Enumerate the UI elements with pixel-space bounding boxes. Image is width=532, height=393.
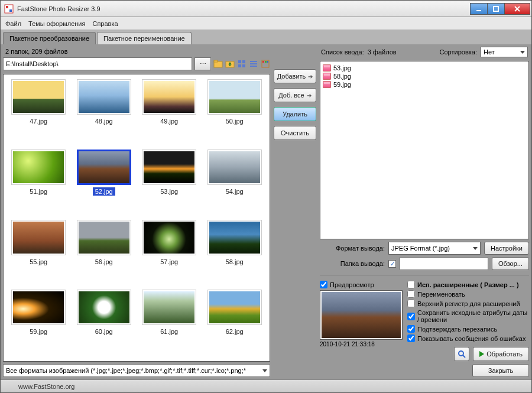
- menu-bar: Файл Темы оформления Справка: [1, 17, 531, 30]
- list-item-label: 58.jpg: [333, 73, 351, 80]
- output-folder-input[interactable]: [400, 257, 488, 270]
- app-icon: [4, 4, 14, 14]
- thumbnail-item[interactable]: 53.jpg: [138, 150, 201, 216]
- list-item[interactable]: 58.jpg: [323, 72, 526, 80]
- thumbnail-item[interactable]: 48.jpg: [73, 79, 136, 146]
- advanced-checkbox[interactable]: [407, 281, 415, 288]
- output-folder-browse-button[interactable]: Обзор...: [492, 257, 529, 270]
- svg-rect-11: [242, 60, 245, 63]
- folder-icon[interactable]: [213, 59, 223, 69]
- format-settings-button[interactable]: Настройки: [484, 242, 529, 255]
- maximize-button[interactable]: [487, 3, 505, 15]
- transfer-buttons: Добавить➔ Доб. все➔ Удалить Очистить: [273, 44, 317, 379]
- tab-batch-convert[interactable]: Пакетное преобразование: [3, 32, 96, 44]
- menu-file[interactable]: Файл: [5, 20, 21, 27]
- play-icon: [479, 351, 484, 357]
- svg-rect-12: [238, 64, 241, 67]
- thumbnail-item[interactable]: 50.jpg: [203, 79, 267, 146]
- thumbnail-label: 60.jpg: [93, 327, 115, 336]
- folder-up-icon[interactable]: [225, 59, 235, 69]
- keep-date-label: Сохранить исходные атрибуты даты / време…: [417, 309, 529, 323]
- output-folder-checkbox[interactable]: ✓: [388, 260, 396, 268]
- thumbnail-label: 50.jpg: [223, 117, 246, 125]
- output-format-select[interactable]: JPEG Format (*.jpg): [388, 242, 481, 255]
- status-link[interactable]: www.FastStone.org: [18, 383, 74, 390]
- menu-help[interactable]: Справка: [92, 20, 118, 27]
- thumbnail-item[interactable]: 59.jpg: [7, 290, 70, 356]
- thumbnail-item[interactable]: 62.jpg: [203, 290, 267, 356]
- svg-rect-4: [494, 7, 498, 11]
- add-button[interactable]: Добавить➔: [274, 69, 316, 83]
- image-file-icon: [323, 64, 331, 72]
- thumbnail-label: 58.jpg: [223, 258, 246, 266]
- keep-date-checkbox[interactable]: [407, 313, 415, 320]
- thumbnail-item[interactable]: 58.jpg: [203, 220, 267, 287]
- preview-checkbox[interactable]: [320, 281, 327, 288]
- thumbnail-item[interactable]: 55.jpg: [7, 220, 70, 287]
- list-item-label: 53.jpg: [333, 64, 351, 72]
- view-details-icon[interactable]: [261, 59, 270, 69]
- tab-strip: Пакетное преобразование Пакетное переиме…: [1, 30, 531, 44]
- svg-rect-18: [262, 61, 264, 63]
- chevron-down-icon: [473, 247, 478, 250]
- list-item[interactable]: 53.jpg: [323, 64, 526, 72]
- menu-themes[interactable]: Темы оформления: [28, 20, 85, 27]
- uppercase-ext-label: Верхний регистр для расширений: [417, 300, 520, 307]
- show-errors-checkbox[interactable]: [407, 334, 415, 342]
- list-item[interactable]: 59.jpg: [323, 80, 526, 89]
- tab-batch-rename[interactable]: Пакетное переименование: [97, 32, 192, 44]
- add-all-button[interactable]: Доб. все➔: [274, 88, 316, 102]
- clear-button[interactable]: Очистить: [274, 126, 316, 140]
- thumbnail-label: 47.jpg: [27, 117, 50, 125]
- thumbnail-label: 59.jpg: [27, 327, 50, 336]
- show-errors-label: Показывать сообщения об ошибках: [417, 335, 525, 342]
- remove-button[interactable]: Удалить: [274, 107, 316, 121]
- sort-select[interactable]: Нет: [481, 47, 528, 57]
- thumbnail-item[interactable]: 47.jpg: [7, 79, 70, 146]
- uppercase-ext-checkbox[interactable]: [407, 300, 415, 307]
- thumbnail-label: 62.jpg: [223, 327, 246, 336]
- thumbnail-item[interactable]: 61.jpg: [138, 290, 201, 356]
- close-app-button[interactable]: Закрыть: [472, 364, 529, 377]
- browse-folder-button[interactable]: ⋯: [194, 57, 211, 70]
- close-button[interactable]: [504, 3, 530, 15]
- sort-label: Сортировка:: [440, 48, 477, 56]
- app-window: FastStone Photo Resizer 3.9 Файл Темы оф…: [0, 0, 532, 393]
- svg-point-21: [459, 351, 463, 356]
- svg-rect-2: [9, 9, 12, 12]
- thumbnail-grid[interactable]: 47.jpg48.jpg49.jpg50.jpg51.jpg52.jpg53.j…: [4, 74, 270, 361]
- view-list-icon[interactable]: [249, 59, 258, 69]
- thumbnail-item[interactable]: 51.jpg: [7, 150, 70, 216]
- file-type-filter-label: Все форматы изображений (*.jpg;*.jpe;*.j…: [6, 367, 246, 374]
- thumbnail-item[interactable]: 56.jpg: [73, 220, 136, 287]
- window-title: FastStone Photo Resizer 3.9: [17, 5, 471, 12]
- file-type-filter[interactable]: Все форматы изображений (*.jpg;*.jpe;*.j…: [3, 364, 270, 377]
- preview-image: [320, 290, 403, 340]
- magnify-preview-button[interactable]: [454, 347, 469, 361]
- view-large-icon[interactable]: [237, 59, 246, 69]
- convert-button[interactable]: Обработать: [473, 347, 529, 361]
- thumbnail-label: 55.jpg: [27, 258, 50, 266]
- thumbnail-item[interactable]: 52.jpg: [73, 150, 136, 216]
- chevron-down-icon: [520, 51, 525, 54]
- svg-rect-19: [265, 61, 267, 63]
- rename-checkbox[interactable]: [407, 290, 415, 298]
- preview-label: Предпросмотр: [330, 281, 374, 288]
- minimize-button[interactable]: [470, 3, 488, 15]
- svg-rect-13: [242, 64, 245, 67]
- input-file-list[interactable]: 53.jpg58.jpg59.jpg: [320, 61, 529, 239]
- title-bar: FastStone Photo Resizer 3.9: [1, 1, 531, 17]
- svg-line-22: [463, 355, 465, 358]
- thumbnail-label: 57.jpg: [158, 258, 180, 266]
- advanced-label: Исп. расширенные ( Размер ... ): [417, 281, 519, 288]
- confirm-overwrite-checkbox[interactable]: [407, 325, 415, 333]
- thumbnail-item[interactable]: 49.jpg: [138, 79, 201, 146]
- thumbnail-item[interactable]: 60.jpg: [73, 290, 136, 356]
- image-file-icon: [323, 73, 331, 80]
- chevron-down-icon: [262, 369, 267, 372]
- source-pane: 2 папок, 209 файлов ⋯ 47.jpg48.jpg49.jpg…: [1, 44, 273, 379]
- thumbnail-item[interactable]: 54.jpg: [203, 150, 267, 216]
- thumbnail-label: 48.jpg: [93, 117, 115, 125]
- path-input[interactable]: [3, 57, 192, 70]
- thumbnail-item[interactable]: 57.jpg: [138, 220, 201, 287]
